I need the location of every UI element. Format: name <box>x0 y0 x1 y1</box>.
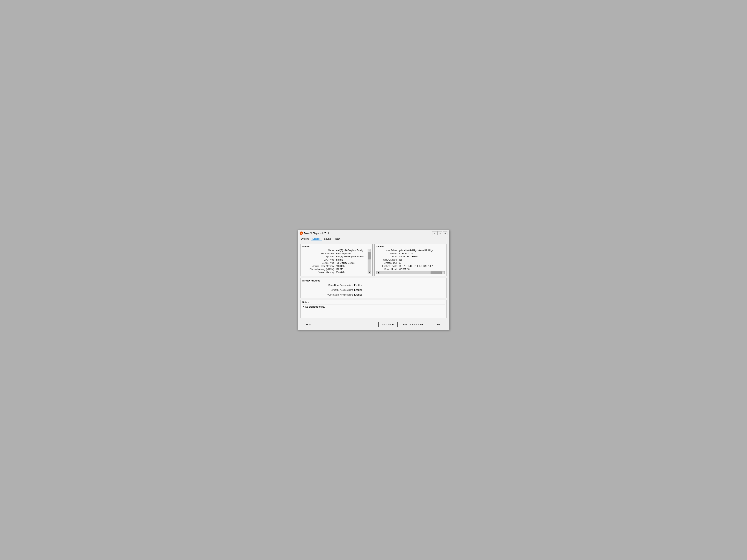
restore-button[interactable]: □ <box>437 231 442 235</box>
driver-label-0: Main Driver: <box>377 249 399 252</box>
menu-bar: System Display Sound Input <box>298 236 449 242</box>
hscroll-right-arrow[interactable]: ▶ <box>442 271 445 274</box>
device-value-1: Intel Corporation <box>336 252 367 255</box>
feature-label-2: AGP Texture Acceleration: <box>313 294 354 296</box>
button-row: Help Next Page Save All Information... E… <box>300 321 447 328</box>
minimize-button[interactable]: – <box>432 231 437 235</box>
scroll-up-arrow[interactable]: ▲ <box>368 249 371 252</box>
device-panel: Device Name: Intel(R) HD Graphics Family… <box>300 244 372 276</box>
driver-field-2: Date: 1/20/2020 17:00:00 <box>377 256 445 258</box>
driver-field-0: Main Driver: igdumdim64.dll,igd10iumd64.… <box>377 249 445 252</box>
driver-label-6: Driver Model: <box>377 268 399 271</box>
driver-field-3: WHQL Logo'd: Yes <box>377 259 445 261</box>
driver-value-4: 12 <box>399 262 445 264</box>
feature-label-1: Direct3D Acceleration: <box>313 289 354 291</box>
notes-content: • No problems found. <box>302 304 445 309</box>
device-value-6: 112 MB <box>336 268 367 271</box>
driver-label-3: WHQL Logo'd: <box>377 259 399 261</box>
driver-label-4: Direct3D DDI: <box>377 262 399 264</box>
device-field-4: Device Type: Full Display Device <box>302 262 367 264</box>
device-scrollbar: ▲ ▼ <box>367 249 370 274</box>
device-value-2: Intel(R) HD Graphics Family <box>336 256 367 258</box>
menu-display[interactable]: Display <box>311 237 322 241</box>
help-button[interactable]: Help <box>301 322 316 327</box>
feature-value-1: Enabled <box>354 289 362 291</box>
feature-value-2: Enabled <box>354 294 362 296</box>
driver-field-4: Direct3D DDI: 12 <box>377 262 445 264</box>
exit-button[interactable]: Exit <box>431 322 446 327</box>
feature-row-0: DirectDraw Acceleration: Enabled <box>313 284 445 287</box>
device-value-0: Intel(R) HD Graphics Family <box>336 249 367 252</box>
driver-value-0: igdumdim64.dll,igd10iumd64.dll,igd1( <box>399 249 445 252</box>
menu-system[interactable]: System <box>299 237 310 241</box>
top-panels: Device Name: Intel(R) HD Graphics Family… <box>300 244 447 276</box>
notes-title: Notes <box>302 301 445 303</box>
driver-label-1: Version: <box>377 252 399 255</box>
window-title: DirectX Diagnostic Tool <box>304 232 329 235</box>
notes-item-0: • No problems found. <box>302 305 445 309</box>
device-field-3: DAC Type: Internal <box>302 259 367 261</box>
driver-label-2: Date: <box>377 256 399 258</box>
device-field-0: Name: Intel(R) HD Graphics Family <box>302 249 367 252</box>
driver-label-5: Feature Levels: <box>377 265 399 267</box>
drivers-panel: Drivers Main Driver: igdumdim64.dll,igd1… <box>375 244 447 276</box>
menu-input[interactable]: Input <box>333 237 342 241</box>
device-panel-content: Name: Intel(R) HD Graphics Family Manufa… <box>302 249 370 274</box>
right-buttons: Next Page Save All Information... Exit <box>378 322 446 327</box>
device-data: Name: Intel(R) HD Graphics Family Manufa… <box>302 249 367 274</box>
driver-value-2: 1/20/2020 17:00:00 <box>399 256 445 258</box>
device-label-5: Approx. Total Memory: <box>302 265 336 267</box>
device-label-0: Name: <box>302 249 336 252</box>
notes-section: Notes • No problems found. <box>300 300 447 318</box>
feature-value-0: Enabled <box>354 284 362 287</box>
app-icon: ✕ <box>300 232 303 235</box>
title-bar: ✕ DirectX Diagnostic Tool – □ ✕ <box>298 230 449 236</box>
driver-field-6: Driver Model: WDDM 2.0 <box>377 268 445 271</box>
device-label-4: Device Type: <box>302 262 336 264</box>
feature-row-2: AGP Texture Acceleration: Enabled <box>313 294 445 296</box>
device-field-6: Display Memory (VRAM): 112 MB <box>302 268 367 271</box>
device-panel-title: Device <box>302 245 370 248</box>
notes-bullet-0: • <box>303 305 304 308</box>
scroll-track[interactable] <box>368 252 371 271</box>
device-value-4: Full Display Device <box>336 262 367 264</box>
drivers-hscrollbar: ◀ ▶ <box>377 271 445 274</box>
device-label-1: Manufacturer: <box>302 252 336 255</box>
driver-value-3: Yes <box>399 259 445 261</box>
save-all-button[interactable]: Save All Information... <box>399 322 430 327</box>
device-label-2: Chip Type: <box>302 256 336 258</box>
content-area: Device Name: Intel(R) HD Graphics Family… <box>298 242 449 330</box>
drivers-data: Main Driver: igdumdim64.dll,igd10iumd64.… <box>377 249 445 274</box>
device-value-5: 2160 MB <box>336 265 367 267</box>
hscroll-track[interactable] <box>380 271 442 274</box>
device-field-7: Shared Memory: 2048 MB <box>302 271 367 274</box>
hscroll-thumb <box>431 271 442 274</box>
hscroll-left-arrow[interactable]: ◀ <box>377 271 380 274</box>
drivers-panel-title: Drivers <box>377 245 445 248</box>
scroll-down-arrow[interactable]: ▼ <box>368 271 371 274</box>
main-window: ✕ DirectX Diagnostic Tool – □ ✕ System D… <box>298 230 449 330</box>
device-label-6: Display Memory (VRAM): <box>302 268 336 271</box>
device-value-7: 2048 MB <box>336 271 367 274</box>
window-controls: – □ ✕ <box>432 231 447 235</box>
menu-sound[interactable]: Sound <box>323 237 333 241</box>
device-label-7: Shared Memory: <box>302 271 336 274</box>
device-field-5: Approx. Total Memory: 2160 MB <box>302 265 367 267</box>
features-title: DirectX Features <box>302 279 445 282</box>
driver-field-1: Version: 20.19.15.5126 <box>377 252 445 255</box>
close-button[interactable]: ✕ <box>443 231 447 235</box>
next-page-button[interactable]: Next Page <box>378 322 398 327</box>
feature-row-1: Direct3D Acceleration: Enabled <box>313 289 445 291</box>
device-label-3: DAC Type: <box>302 259 336 261</box>
title-bar-left: ✕ DirectX Diagnostic Tool <box>300 232 329 235</box>
driver-value-6: WDDM 2.0 <box>399 268 445 271</box>
driver-value-1: 20.19.15.5126 <box>399 252 445 255</box>
driver-field-5: Feature Levels: 11_1,11_0,10_1,10_0,9_3,… <box>377 265 445 267</box>
features-grid: DirectDraw Acceleration: Enabled Direct3… <box>302 284 445 296</box>
features-section: DirectX Features DirectDraw Acceleration… <box>300 278 447 298</box>
feature-label-0: DirectDraw Acceleration: <box>313 284 354 287</box>
driver-value-5: 11_1,11_0,10_1,10_0,9_3,9_2,9_1 <box>399 265 445 267</box>
device-field-2: Chip Type: Intel(R) HD Graphics Family <box>302 256 367 258</box>
scroll-thumb <box>368 252 370 260</box>
device-value-3: Internal <box>336 259 367 261</box>
